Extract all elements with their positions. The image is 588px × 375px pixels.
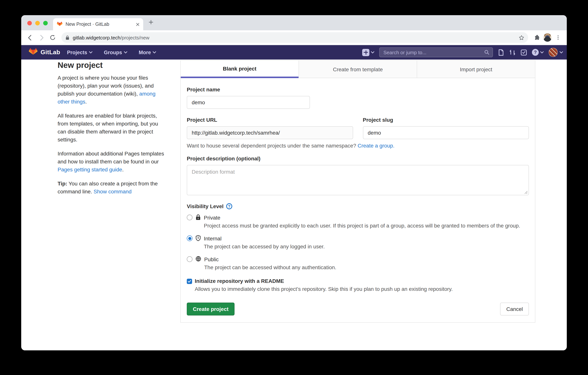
url-path: /projects/new [120,35,149,40]
shield-icon [196,235,201,242]
project-url-input[interactable] [187,126,353,139]
chevron-down-icon [124,51,127,54]
chevron-down-icon [560,51,563,54]
internal-label[interactable]: Internal [204,235,325,242]
project-slug-input[interactable] [363,126,529,139]
global-search[interactable] [379,47,493,57]
tab-import-project[interactable]: Import project [417,61,535,78]
create-a-group-link[interactable]: Create a group. [358,143,395,149]
chevron-down-icon [89,51,93,54]
visibility-option-internal: Internal The project can be accessed by … [187,235,529,251]
desktop-background: New Project · GitLab [0,0,588,375]
sidebar-paragraph: All features are enabled for blank proje… [58,112,164,144]
paragraph-text: Information about additional Pages templ… [58,151,164,165]
new-project-panel: Blank project Create from template Impor… [180,60,535,323]
search-icon [484,50,490,55]
new-project-sidebar: New project A project is where you house… [58,61,164,202]
sidebar-paragraph: A project is where you house your files … [58,74,164,106]
namespace-hint: Want to house several dependent projects… [187,143,529,149]
nav-menu-projects[interactable]: Projects [67,49,93,55]
issues-icon[interactable] [498,49,504,55]
visibility-level-label: Visibility Level [187,203,223,209]
browser-tab[interactable]: New Project · GitLab [53,18,143,30]
url-text: gitlab.widgetcorp.tech/projects/new [73,35,149,40]
check-icon [188,279,191,283]
visibility-option-private: Private Project access must be granted e… [187,214,529,230]
forward-icon[interactable] [36,33,46,43]
readme-checkbox[interactable] [187,279,192,284]
browser-tab-strip: New Project · GitLab [21,15,567,30]
cancel-button[interactable]: Cancel [500,303,529,315]
plus-square-icon [362,49,369,56]
gitlab-logo[interactable]: GitLab [29,48,60,56]
tab-close-icon[interactable] [136,22,139,26]
paragraph-text: . [85,99,87,105]
nav-menu-groups[interactable]: Groups [104,49,127,55]
tip-label: Tip: [58,180,67,187]
url-host: gitlab.widgetcorp.tech [73,35,120,40]
chevron-down-icon [153,51,156,54]
help-question-icon: ? [532,49,539,56]
public-description: The project can be accessed without any … [204,264,336,272]
blank-project-form: Project name Project URL Project slug Wa… [181,78,535,322]
gitlab-tanuki-icon [29,48,38,56]
hint-text: Want to house several dependent projects… [187,143,358,149]
user-menu[interactable] [549,48,563,57]
gitlab-brand-name[interactable]: GitLab [41,49,60,56]
tab-create-from-template[interactable]: Create from template [299,61,417,78]
lock-icon [196,214,201,221]
tab-title: New Project · GitLab [65,22,133,27]
browser-profile-avatar[interactable] [543,33,552,42]
close-window-button[interactable] [27,21,32,25]
private-description: Project access must be granted explicitl… [204,222,520,230]
address-bar[interactable]: gitlab.widgetcorp.tech/projects/new [61,32,528,43]
lock-ssl-icon[interactable] [65,35,70,40]
readme-description: Allows you to immediately clone this pro… [195,285,453,293]
user-avatar [549,48,558,57]
merge-requests-icon[interactable] [509,49,516,55]
visibility-help-icon[interactable]: ? [226,203,232,209]
minimize-window-button[interactable] [35,21,40,25]
public-radio[interactable] [187,256,192,262]
create-project-button[interactable]: Create project [187,303,234,315]
extensions-puzzle-icon[interactable] [532,33,542,43]
tab-blank-project[interactable]: Blank project [181,61,299,78]
readme-option: Initialize repository with a README Allo… [187,278,529,293]
new-tab-button[interactable] [148,20,153,25]
project-slug-label: Project slug [363,117,529,123]
project-name-label: Project name [187,87,529,92]
maximize-window-button[interactable] [43,21,48,25]
internal-radio[interactable] [187,235,192,241]
globe-icon [196,256,201,263]
project-url-label: Project URL [187,117,353,123]
nav-menu-label: Projects [67,49,87,55]
back-icon[interactable] [25,33,35,43]
private-radio[interactable] [187,215,192,220]
nav-menu-label: More [139,49,151,55]
project-description-textarea[interactable] [187,165,529,195]
todos-icon[interactable] [521,49,527,55]
show-command-link[interactable]: Show command [94,188,132,195]
nav-menu-more[interactable]: More [139,49,156,55]
pages-guide-link[interactable]: Pages getting started guide [58,166,122,173]
new-dropdown-button[interactable] [362,49,374,56]
chevron-down-icon [371,51,374,54]
nav-menu-label: Groups [104,49,122,55]
public-label[interactable]: Public [204,255,336,263]
help-menu[interactable]: ? [532,49,544,56]
readme-label[interactable]: Initialize repository with a README [195,278,453,284]
kebab-menu-icon[interactable] [553,33,563,43]
bookmark-star-icon[interactable] [519,35,524,40]
search-input[interactable] [383,49,482,55]
browser-window: New Project · GitLab [21,15,567,350]
paragraph-text: . [122,166,124,173]
browser-toolbar: gitlab.widgetcorp.tech/projects/new [21,30,567,45]
page-title: New project [58,61,164,69]
project-type-tabs: Blank project Create from template Impor… [181,61,535,78]
sidebar-tip: Tip: You can also create a project from … [58,180,164,196]
internal-description: The project can be accessed by any logge… [204,243,325,251]
project-name-input[interactable] [187,96,310,109]
chevron-down-icon [540,51,544,54]
reload-icon[interactable] [48,33,58,43]
private-label[interactable]: Private [204,214,520,221]
